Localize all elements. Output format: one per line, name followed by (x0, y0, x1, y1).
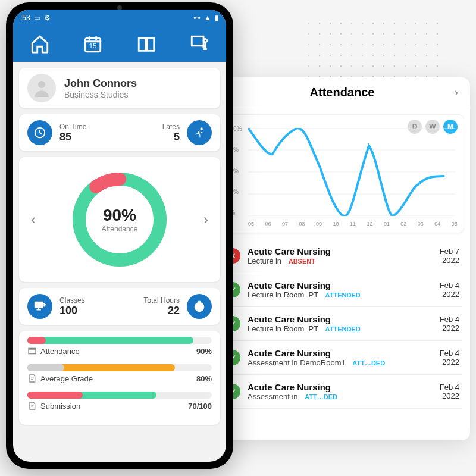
hours-label: Total Hours (123, 296, 180, 305)
entry-date: Feb 42022 (440, 315, 459, 333)
profile-sub: Business Studies (64, 90, 137, 99)
svg-rect-10 (192, 36, 204, 46)
ontime-label: On Time (60, 123, 116, 131)
next-metric[interactable]: › (198, 205, 214, 234)
entry-date: Feb 42022 (440, 349, 459, 367)
svg-point-12 (38, 81, 45, 88)
svg-point-11 (203, 39, 207, 43)
list-item[interactable]: Acute Care NursingLecture in ABSENTFeb 7… (223, 239, 462, 273)
nav-home[interactable] (13, 26, 67, 62)
ontime-value: 85 (60, 131, 116, 143)
hours-value: 22 (123, 305, 180, 317)
list-item[interactable]: Acute Care NursingAssessment in ATT…DEDF… (223, 375, 462, 409)
classes-label: Classes (60, 296, 116, 305)
top-nav: 15 (13, 26, 226, 62)
punctuality-card: On Time 85 Lates 5 (19, 114, 220, 151)
status-badge: ATTENDED (325, 292, 361, 299)
attendance-donut: 90% Attendance (69, 169, 170, 270)
nav-book[interactable] (120, 26, 173, 62)
status-badge: ATTENDED (325, 325, 361, 333)
nav-calendar[interactable]: 15 (67, 26, 120, 62)
entry-title: Acute Care Nursing (248, 280, 433, 290)
profile-card: John Connors Business Studies (19, 68, 220, 108)
profile-name: John Connors (64, 77, 137, 90)
bar-submission: Submission70/100 (27, 392, 212, 411)
entry-sub: Assessment in ATT…DED (248, 392, 433, 401)
workload-card: Classes 100 Total Hours 22 (19, 288, 220, 325)
bar-attendance: Attendance90% (27, 337, 212, 356)
avatar (27, 74, 56, 102)
attendance-chart: 100% 75% 50% 25% 0% (227, 126, 458, 227)
entry-date: Feb 72022 (440, 247, 459, 265)
list-item[interactable]: Acute Care NursingAssessment in DemoRoom… (223, 341, 462, 375)
entry-sub: Lecture in ABSENT (248, 256, 433, 265)
svg-rect-18 (35, 302, 43, 308)
attendance-chart-card: D W M 100% 75% 50% 25% 0% (220, 114, 464, 233)
svg-point-14 (201, 128, 203, 130)
bar-grade: Average Grade80% (27, 364, 212, 383)
lates-label: Lates (123, 123, 180, 131)
gear-icon: ⚙ (44, 14, 51, 22)
svg-text:15: 15 (89, 42, 97, 49)
attendance-header: ‹ Attendance › (214, 77, 470, 108)
attendance-donut-card: ‹ 90% Attendance › (19, 157, 220, 282)
entry-date: Feb 42022 (440, 281, 459, 299)
metrics-card: Attendance90% Average Grade80% Submissio… (19, 331, 220, 425)
entry-sub: Lecture in Room_PT ATTENDED (248, 324, 433, 333)
entry-title: Acute Care Nursing (248, 314, 433, 324)
wifi-icon: ▲ (204, 14, 211, 22)
board-icon (27, 294, 52, 319)
attendance-title: Attendance (310, 86, 375, 99)
battery-icon: ▭ (34, 14, 40, 22)
prev-metric[interactable]: ‹ (25, 205, 42, 234)
status-bar: :53 ▭ ⚙ ⊶ ▲ ▮ (13, 10, 226, 26)
decorative-dots (303, 18, 446, 77)
nav-teacher[interactable] (173, 26, 227, 62)
x-axis: 05060708091011120102030405 (248, 221, 458, 227)
entry-date: Feb 42022 (440, 383, 459, 400)
entry-title: Acute Care Nursing (248, 348, 433, 358)
phone-frame: :53 ▭ ⚙ ⊶ ▲ ▮ 15 (6, 2, 233, 469)
donut-label: Attendance (102, 225, 138, 233)
status-badge: ATT…DED (352, 359, 385, 367)
battery-icon: ▮ (215, 14, 219, 22)
lates-value: 5 (123, 131, 180, 143)
attendance-entries: Acute Care NursingLecture in ABSENTFeb 7… (214, 239, 470, 409)
list-item[interactable]: Acute Care NursingLecture in Room_PT ATT… (223, 307, 462, 341)
attendance-panel: ‹ Attendance › D W M 100% 75% 50% 25% 0% (214, 77, 470, 440)
entry-title: Acute Care Nursing (248, 382, 433, 392)
svg-rect-20 (29, 348, 36, 353)
status-time: :53 (20, 14, 30, 22)
entry-title: Acute Care Nursing (248, 246, 433, 256)
entry-sub: Lecture in Room_PT ATTENDED (248, 290, 433, 299)
entry-sub: Assessment in DemoRoom1 ATT…DED (248, 358, 433, 367)
vpn-icon: ⊶ (193, 14, 201, 22)
list-item[interactable]: Acute Care NursingLecture in Room_PT ATT… (223, 273, 462, 307)
clock-icon (27, 120, 52, 145)
next-icon[interactable]: › (455, 86, 458, 99)
running-icon (187, 120, 212, 145)
status-badge: ABSENT (289, 258, 315, 265)
timer-icon (187, 294, 212, 319)
donut-pct: 90% (102, 206, 138, 225)
classes-value: 100 (60, 305, 116, 317)
status-badge: ATT…DED (305, 393, 337, 400)
